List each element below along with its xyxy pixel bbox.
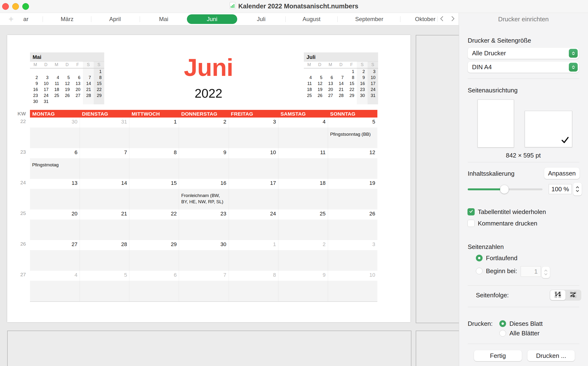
add-sheet-button[interactable]: + (6, 14, 16, 24)
date-cell[interactable]: 24 (229, 209, 278, 220)
mini-date-cell[interactable]: 21 (336, 86, 346, 92)
event-cell[interactable]: Fronleichnam (BW, BY, HE, NW, RP, SL) (179, 189, 228, 209)
mini-date-cell[interactable]: 7 (83, 75, 94, 80)
mini-date-cell[interactable]: 15 (94, 80, 104, 86)
mini-date-cell[interactable]: 17 (40, 86, 51, 92)
empty-event-cell[interactable] (129, 189, 179, 209)
mini-date-cell[interactable]: 31 (40, 98, 51, 104)
mini-date-cell[interactable]: 24 (40, 92, 51, 98)
date-cell[interactable]: 1 (229, 240, 278, 250)
date-cell[interactable]: 7 (79, 148, 129, 158)
date-cell[interactable]: 27 (30, 240, 79, 250)
mini-date-cell[interactable]: 23 (30, 92, 40, 98)
mini-date-cell[interactable]: 17 (368, 80, 378, 86)
repeat-table-titles-checkbox[interactable] (468, 208, 475, 215)
date-cell[interactable]: 29 (129, 240, 179, 250)
date-cell[interactable]: 28 (79, 240, 129, 250)
empty-event-cell[interactable] (179, 250, 228, 271)
mini-date-cell[interactable]: 27 (72, 92, 83, 98)
begin-at-value-field[interactable]: 1 (521, 266, 541, 277)
mini-date-cell[interactable] (30, 69, 40, 75)
empty-event-cell[interactable] (79, 128, 129, 148)
empty-event-cell[interactable] (30, 281, 79, 301)
mini-date-cell[interactable]: 29 (94, 92, 104, 98)
empty-event-cell[interactable] (229, 281, 278, 301)
date-cell[interactable]: 10 (229, 148, 278, 158)
tab-juli[interactable]: Juli (237, 13, 285, 25)
date-cell[interactable]: 2 (278, 240, 328, 250)
tab-ar[interactable]: ar (17, 13, 34, 25)
fit-button[interactable]: Anpassen (544, 168, 580, 179)
mini-date-cell[interactable] (357, 98, 367, 104)
continuous-radio[interactable] (476, 255, 483, 261)
date-cell[interactable]: 18 (278, 179, 328, 189)
mini-date-cell[interactable]: 28 (83, 92, 94, 98)
tab-september[interactable]: September (345, 13, 393, 25)
page-4-preview[interactable] (416, 331, 459, 366)
tab-mai[interactable]: Mai (140, 13, 188, 25)
mini-date-cell[interactable]: 14 (336, 80, 346, 86)
print-button[interactable]: Drucken ... (527, 350, 575, 361)
empty-event-cell[interactable] (229, 128, 278, 148)
empty-event-cell[interactable] (179, 220, 228, 240)
mini-date-cell[interactable]: 22 (346, 86, 357, 92)
mini-date-cell[interactable]: 4 (304, 75, 314, 80)
mini-date-cell[interactable]: 18 (304, 86, 314, 92)
date-cell[interactable]: 7 (179, 271, 228, 281)
empty-event-cell[interactable] (30, 220, 79, 240)
empty-event-cell[interactable] (278, 128, 328, 148)
page-2-preview[interactable] (416, 35, 459, 323)
mini-date-cell[interactable]: 26 (62, 92, 72, 98)
date-cell[interactable]: 5 (79, 271, 129, 281)
empty-event-cell[interactable] (30, 128, 79, 148)
date-cell[interactable]: 25 (278, 209, 328, 220)
mini-date-cell[interactable]: 31 (368, 92, 378, 98)
empty-event-cell[interactable] (278, 158, 328, 179)
date-cell[interactable]: 11 (278, 148, 328, 158)
empty-event-cell[interactable] (30, 250, 79, 271)
empty-event-cell[interactable] (129, 250, 179, 271)
date-cell[interactable]: 8 (129, 148, 179, 158)
date-cell[interactable]: 6 (129, 271, 179, 281)
mini-date-cell[interactable]: 24 (368, 86, 378, 92)
empty-event-cell[interactable] (278, 250, 328, 271)
mini-date-cell[interactable]: 9 (357, 75, 367, 80)
date-cell[interactable]: 23 (179, 209, 228, 220)
empty-event-cell[interactable] (79, 220, 129, 240)
mini-date-cell[interactable] (40, 69, 51, 75)
empty-event-cell[interactable] (129, 281, 179, 301)
mini-date-cell[interactable]: 30 (30, 98, 40, 104)
page-3-preview[interactable] (7, 331, 411, 366)
begin-at-radio[interactable] (476, 268, 483, 274)
mini-date-cell[interactable]: 15 (346, 80, 357, 86)
mini-date-cell[interactable] (72, 98, 83, 104)
empty-event-cell[interactable] (328, 189, 377, 209)
mini-date-cell[interactable]: 30 (357, 92, 367, 98)
empty-event-cell[interactable] (30, 189, 79, 209)
mini-date-cell[interactable]: 19 (314, 86, 325, 92)
date-cell[interactable]: 14 (79, 179, 129, 189)
mini-date-cell[interactable]: 16 (30, 86, 40, 92)
mini-date-cell[interactable]: 19 (62, 86, 72, 92)
empty-event-cell[interactable] (328, 281, 377, 301)
mini-date-cell[interactable]: 6 (325, 75, 336, 80)
date-cell[interactable]: 30 (30, 118, 79, 128)
mini-date-cell[interactable] (325, 98, 336, 104)
empty-event-cell[interactable] (328, 220, 377, 240)
mini-date-cell[interactable]: 10 (40, 80, 51, 86)
empty-event-cell[interactable] (179, 128, 228, 148)
tab-oktober[interactable]: Oktober (415, 13, 437, 25)
date-cell[interactable]: 30 (179, 240, 228, 250)
empty-event-cell[interactable] (278, 281, 328, 301)
mini-date-cell[interactable]: 18 (51, 86, 62, 92)
begin-at-stepper[interactable] (542, 267, 550, 278)
mini-date-cell[interactable]: 1 (346, 69, 357, 75)
mini-date-cell[interactable]: 13 (72, 80, 83, 86)
mini-date-cell[interactable]: 25 (304, 92, 314, 98)
empty-event-cell[interactable] (328, 158, 377, 179)
mini-date-cell[interactable]: 7 (336, 75, 346, 80)
mini-date-cell[interactable]: 14 (83, 80, 94, 86)
empty-event-cell[interactable] (179, 158, 228, 179)
empty-event-cell[interactable] (79, 189, 129, 209)
date-cell[interactable]: 1 (129, 118, 179, 128)
